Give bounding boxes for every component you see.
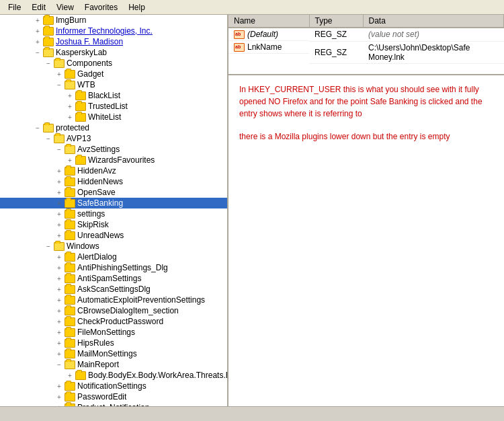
tree-toggle-notification[interactable]: + (54, 383, 65, 390)
folder-icon-passwordedit (65, 393, 75, 401)
tree-item-avp13[interactable]: −AVP13 (0, 133, 227, 144)
tree-item-informer[interactable]: +Informer Technologies, Inc. (0, 26, 227, 36)
tree-item-whitelist[interactable]: +WhiteList (0, 112, 227, 122)
menu-file[interactable]: File (3, 1, 26, 13)
right-pane: Name Type Data ab(Default)REG_SZ(value n… (228, 15, 504, 406)
menu-view[interactable]: View (51, 1, 79, 13)
tree-item-hiddennews[interactable]: +HiddenNews (0, 176, 227, 187)
tree-item-antispam[interactable]: +AntiSpamSettings (0, 273, 227, 284)
tree-toggle-mainreport[interactable]: − (54, 361, 65, 369)
tree-item-hips[interactable]: +HipsRules (0, 338, 227, 348)
reg-data-1: C:\Users\John\Desktop\Safe Money.lnk (363, 41, 504, 63)
tree-item-body[interactable]: +Body.BodyEx.Body.WorkArea.Threats.Body.… (0, 370, 227, 381)
tree-label-avzsettings: AvzSettings (77, 145, 120, 154)
tree-item-trustedlist[interactable]: +TrustedList (0, 101, 227, 112)
tree-item-opensave[interactable]: +OpenSave (0, 187, 227, 198)
tree-toggle-unreadnews[interactable]: + (54, 232, 65, 239)
tree-item-wizardsfavourites[interactable]: +WizardsFavourites (0, 155, 227, 165)
tree-toggle-checkprod[interactable]: + (54, 318, 65, 326)
tree-toggle-avp13[interactable]: − (43, 135, 54, 143)
tree-toggle-informer[interactable]: + (32, 28, 43, 35)
tree-item-filemon[interactable]: +FileMonSettings (0, 327, 227, 338)
tree-toggle-opensave[interactable]: + (54, 189, 65, 196)
tree-toggle-imgburn[interactable]: + (32, 17, 43, 24)
tree-toggle-wtb[interactable]: − (54, 81, 65, 89)
tree-item-blacklist[interactable]: +BlackList (0, 90, 227, 101)
tree-item-imgburn[interactable]: +ImgBurn (0, 15, 227, 26)
tree-toggle-protected[interactable]: − (32, 124, 43, 132)
registry-tree[interactable]: +ImgBurn+Informer Technologies, Inc.+Jos… (0, 15, 228, 406)
tree-toggle-hiddenavz[interactable]: + (54, 167, 65, 175)
tree-toggle-components[interactable]: − (43, 60, 54, 67)
tree-toggle-trustedlist[interactable]: + (65, 103, 75, 110)
reg-name-0: (Default) (247, 30, 278, 39)
tree-item-avzsettings[interactable]: −AvzSettings (0, 144, 227, 155)
tree-toggle-passwordedit[interactable]: + (54, 393, 65, 401)
tree-toggle-autoexploit[interactable]: + (54, 297, 65, 304)
tree-toggle-body[interactable]: + (65, 372, 75, 379)
tree-toggle-joshua[interactable]: + (32, 38, 43, 46)
folder-icon-wizardsfavourites (75, 156, 86, 165)
folder-icon-body (75, 371, 86, 380)
tree-label-alertdialog: AlertDialog (77, 252, 117, 262)
tree-toggle-kaspersky[interactable]: − (32, 49, 43, 56)
tree-item-checkprod[interactable]: +CheckProductPassword (0, 316, 227, 327)
tree-item-hiddenavz[interactable]: +HiddenAvz (0, 165, 227, 176)
tree-label-trustedlist: TrustedList (88, 102, 128, 111)
tree-toggle-alertdialog[interactable]: + (54, 254, 65, 261)
tree-toggle-settings[interactable]: + (54, 210, 65, 218)
tree-toggle-filemon[interactable]: + (54, 329, 65, 336)
col-name: Name (228, 15, 309, 28)
tree-toggle-askscandlg[interactable]: + (54, 286, 65, 293)
tree-item-skiprisk[interactable]: +SkipRisk (0, 219, 227, 230)
tree-toggle-safebanking[interactable]: + (54, 200, 65, 207)
tree-item-windows[interactable]: −Windows (0, 241, 227, 252)
tree-toggle-antispam[interactable]: + (54, 275, 65, 282)
tree-item-cbrowse[interactable]: +CBrowseDialogItem_section (0, 305, 227, 316)
reg-row-1[interactable]: abLnkNameREG_SZC:\Users\John\Desktop\Saf… (228, 41, 504, 63)
menu-favorites[interactable]: Favorites (79, 1, 123, 13)
tree-item-wtb[interactable]: −WTB (0, 79, 227, 90)
tree-item-settings[interactable]: +settings (0, 208, 227, 219)
tree-label-notification: NotificationSettings (77, 381, 146, 391)
tree-item-askscandlg[interactable]: +AskScanSettingsDlg (0, 284, 227, 295)
tree-item-mainreport[interactable]: −MainReport (0, 359, 227, 370)
tree-item-kaspersky[interactable]: −KasperskyLab (0, 47, 227, 58)
folder-icon-wtb (65, 81, 75, 89)
tree-item-gadget[interactable]: +Gadget (0, 69, 227, 79)
tree-item-components[interactable]: −Components (0, 58, 227, 69)
tree-toggle-gadget[interactable]: + (54, 71, 65, 78)
tree-toggle-whitelist[interactable]: + (65, 114, 75, 121)
tree-item-mailmon[interactable]: +MailMonSettings (0, 348, 227, 359)
folder-icon-mailmon (65, 350, 75, 358)
folder-icon-trustedlist (75, 102, 86, 111)
tree-item-passwordedit[interactable]: +PasswordEdit (0, 391, 227, 402)
tree-toggle-mailmon[interactable]: + (54, 350, 65, 358)
tree-toggle-cbrowse[interactable]: + (54, 307, 65, 315)
tree-item-antiphishing[interactable]: +AntiPhishingSettings_Dlg (0, 262, 227, 273)
folder-icon-antiphishing (65, 264, 75, 272)
tree-toggle-wizardsfavourites[interactable]: + (65, 157, 75, 164)
tree-label-wtb: WTB (77, 80, 95, 89)
menu-help[interactable]: Help (123, 1, 151, 13)
tree-item-alertdialog[interactable]: +AlertDialog (0, 252, 227, 262)
tree-toggle-blacklist[interactable]: + (65, 92, 75, 100)
tree-item-safebanking[interactable]: +SafeBanking (0, 198, 227, 208)
tree-label-joshua: Joshua F. Madison (56, 37, 123, 46)
folder-icon-mainreport (65, 360, 75, 369)
tree-item-joshua[interactable]: +Joshua F. Madison (0, 36, 227, 47)
tree-toggle-avzsettings[interactable]: − (54, 146, 65, 153)
folder-icon-settings (65, 210, 75, 219)
tree-item-unreadnews[interactable]: +UnreadNews (0, 230, 227, 241)
menu-edit[interactable]: Edit (26, 1, 51, 13)
reg-row-0[interactable]: ab(Default)REG_SZ(value not set) (228, 28, 504, 41)
tree-label-imgburn: ImgBurn (56, 15, 86, 25)
tree-toggle-skiprisk[interactable]: + (54, 221, 65, 229)
tree-toggle-hiddennews[interactable]: + (54, 178, 65, 186)
tree-toggle-windows[interactable]: − (43, 243, 54, 250)
tree-item-notification[interactable]: +NotificationSettings (0, 381, 227, 391)
tree-toggle-antiphishing[interactable]: + (54, 264, 65, 272)
tree-toggle-hips[interactable]: + (54, 340, 65, 347)
tree-item-autoexploit[interactable]: +AutomaticExploitPreventionSettings (0, 295, 227, 305)
tree-item-protected[interactable]: −protected (0, 122, 227, 133)
